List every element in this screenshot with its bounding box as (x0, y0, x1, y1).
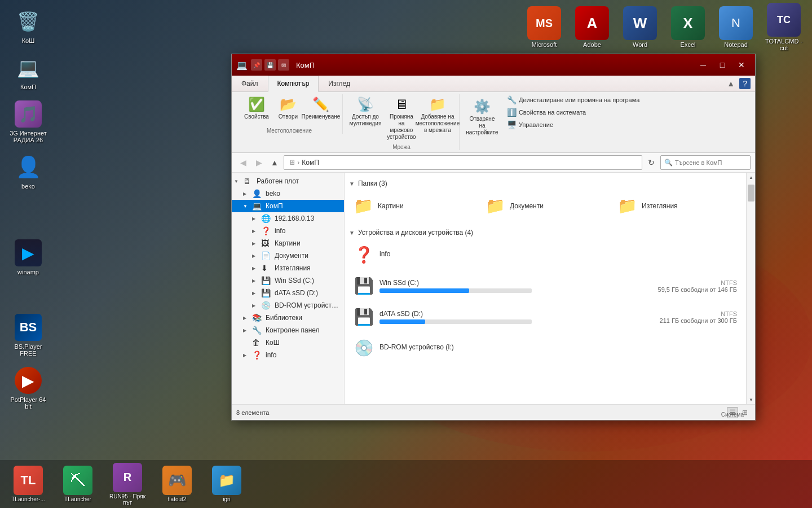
device-item-win-ssd[interactable]: 💾 Win SSd (C:) NTFS 59,5 ГБ свободни от … (349, 272, 742, 300)
taskbar-icon-igri[interactable]: 📁 igri (204, 466, 249, 502)
taskbar-icon-run95[interactable]: R RUN95 - Пряк път (105, 463, 150, 506)
ribbon-btn-media[interactable]: 📡 Достъп до мултимедия (348, 94, 382, 129)
tab-view[interactable]: Изглед (319, 76, 360, 91)
title-bar: 💻 📌 💾 ✉ КомП ─ □ ✕ (232, 54, 755, 76)
tree-item-bdrom[interactable]: ▶ 💿 BD-ROM устройство (I:) (232, 299, 344, 312)
ribbon-group-network: 📡 Достъп до мултимедия 🖥 Промяна на мреж… (344, 94, 460, 150)
expand-icon: ▶ (243, 328, 252, 333)
taskbar-app-totalcmd[interactable]: TC TOTALCMD - cut (761, 3, 806, 51)
ribbon-btn-open[interactable]: 📂 Отвори (275, 94, 302, 122)
ribbon-btn-add-location[interactable]: 📁 Добавяне на местоположение в мрежата (421, 94, 454, 136)
tree-item-control-panel[interactable]: ▶ 🔧 Контролен панел (232, 324, 344, 336)
taskbar-app-microsoft[interactable]: MS Microsoft (522, 6, 567, 48)
tree-item-desktop[interactable]: ▼ 🖥 Работен плот (232, 175, 344, 187)
desktop-icon-recycle[interactable]: 🗑️ КоШ (6, 6, 51, 46)
quick-access-save[interactable]: 💾 (264, 59, 276, 71)
win-ssd-fs-label: NTFS (658, 279, 737, 286)
tree-item-data-ssd[interactable]: ▶ 💾 dATA sSD (D:) (232, 287, 344, 299)
tlauncher2-label: TLauncher (64, 496, 91, 502)
adobe-label: Adobe (583, 41, 601, 48)
tree-item-ip[interactable]: ▶ 🌐 192.168.0.13 (232, 212, 344, 225)
desktop-icon-mypc[interactable]: 💻 КомП (6, 52, 51, 93)
maximize-button[interactable]: □ (713, 58, 731, 72)
folders-section-header: ▼ Папки (3) (349, 179, 742, 187)
data-ssd-bar (379, 319, 425, 324)
ribbon-btn-open-settings[interactable]: ⚙️ Отваряне на настройките (465, 97, 499, 138)
expand-icon: ▼ (243, 204, 252, 209)
ribbon-btn-uninstall[interactable]: 🔧 Деинсталиране или промяна на програма (504, 94, 643, 106)
forward-button[interactable]: ▶ (252, 156, 266, 169)
folder-item-dokumenti[interactable]: 📁 Документи (481, 192, 610, 220)
device-item-bdrom[interactable]: 💿 BD-ROM устройство (I:) (349, 334, 742, 362)
refresh-button[interactable]: ↻ (645, 156, 658, 169)
desktop-icon-bsplayer[interactable]: BS BS.Player FREE (6, 312, 51, 359)
tab-computer[interactable]: Компютър (268, 76, 319, 92)
tree-item-dokumenti[interactable]: ▶ 📄 Документи (232, 249, 344, 262)
scroll-thumb[interactable] (748, 185, 754, 202)
up-button[interactable]: ▲ (268, 156, 281, 169)
ribbon-btn-system-props[interactable]: ℹ️ Свойства на системата (504, 107, 643, 118)
totalcmd-label: TOTALCMD - cut (761, 38, 806, 51)
data-ssd-bar-container (379, 319, 532, 324)
dokumenti-tree-icon: 📄 (261, 251, 272, 260)
expand-icon: ▶ (243, 353, 252, 358)
info-tree-label: info (275, 227, 285, 235)
device-item-data-ssd[interactable]: 💾 dATA sSD (D:) NTFS 211 ГБ свободни от … (349, 303, 742, 331)
add-location-label: Добавяне на местоположение в мрежата (416, 113, 460, 134)
search-input[interactable] (675, 159, 753, 166)
quick-access-mail[interactable]: ✉ (278, 59, 289, 71)
folder-item-kartini[interactable]: 📁 Картини (349, 192, 478, 220)
tree-item-izteglyaniya[interactable]: ▶ ⬇ Изтегляния (232, 262, 344, 274)
ribbon-btn-network-drive[interactable]: 🖥 Промяна на мрежово устройство (385, 94, 418, 143)
desktop-icon-user[interactable]: 👤 beko (6, 151, 51, 192)
scroll-up-button[interactable]: ▲ (747, 173, 755, 182)
device-item-info[interactable]: ❓ info (349, 241, 742, 269)
tree-item-kartini[interactable]: ▶ 🖼 Картини (232, 237, 344, 249)
taskbar-icon-flatout2[interactable]: 🎮 flatout2 (155, 466, 200, 502)
ribbon-btn-properties[interactable]: ✅ Свойства (241, 94, 272, 122)
desktop-icon-winamp[interactable]: ▶ winamp (6, 237, 51, 278)
desktop-icon-radio[interactable]: 🎵 3G Интернет РАДИА 26 (6, 98, 51, 146)
search-icon: 🔍 (664, 159, 673, 167)
tree-item-beko[interactable]: ▶ 👤 beko (232, 187, 344, 200)
tree-item-info[interactable]: ▶ ❓ info (232, 225, 344, 237)
igri-icon: 📁 (212, 466, 241, 495)
taskbar-app-adobe[interactable]: A Adobe (570, 6, 615, 48)
ribbon-collapse[interactable]: ▲ (723, 78, 738, 89)
run95-label: RUN95 - Пряк път (105, 493, 150, 506)
taskbar-icon-tlauncher2[interactable]: ⛏ TLauncher (55, 466, 100, 502)
ribbon-btn-manage[interactable]: 🖥️ Управление (504, 119, 643, 130)
info-tree-icon: ❓ (261, 226, 272, 235)
taskbar-icon-tlauncher1[interactable]: TL TLauncher-... (6, 466, 51, 502)
minimize-button[interactable]: ─ (694, 58, 712, 72)
taskbar-app-notepad[interactable]: N Notepad (713, 6, 758, 48)
folder-item-izteglyaniya[interactable]: 📁 Изтегляния (613, 192, 742, 220)
bdrom-tree-label: BD-ROM устройство (I:) (275, 301, 342, 309)
taskbar-app-excel[interactable]: X Excel (665, 6, 710, 48)
help-button[interactable]: ? (739, 78, 751, 89)
data-ssd-tree-label: dATA sSD (D:) (275, 289, 318, 297)
scroll-down-button[interactable]: ▼ (747, 395, 755, 404)
devices-section-header: ▼ Устройства и дискови устройства (4) (349, 229, 742, 237)
bdrom-device-icon: 💿 (354, 339, 374, 357)
tree-item-kosh[interactable]: ▶ 🗑 КоШ (232, 336, 344, 349)
taskbar-app-word[interactable]: W Word (617, 6, 663, 48)
win-ssd-bar-container (379, 288, 532, 293)
close-button[interactable]: ✕ (732, 58, 751, 72)
expand-icon: ▶ (252, 278, 261, 283)
window-controls: ─ □ ✕ (694, 58, 751, 72)
info-device-icon: ❓ (354, 246, 374, 264)
quick-access-pin[interactable]: 📌 (251, 59, 262, 71)
desktop-icon-potplayer[interactable]: ▶ PotPlayer 64 bit (6, 365, 51, 412)
tlauncher2-icon: ⛏ (63, 466, 92, 495)
win-ssd-device-info: Win SSd (C:) (379, 279, 647, 293)
address-path[interactable]: 🖥 › КомП (284, 155, 642, 170)
tree-item-info2[interactable]: ▶ ❓ info (232, 349, 344, 361)
ribbon-btn-rename[interactable]: ✏️ Преименуване (304, 94, 338, 122)
tree-item-library[interactable]: ▶ 📚 Библиотеки (232, 312, 344, 324)
mypc-label: КомП (20, 84, 36, 90)
tab-file[interactable]: Файл (232, 76, 268, 91)
tree-item-win-ssd[interactable]: ▶ 💾 Win SSd (C:) (232, 274, 344, 287)
back-button[interactable]: ◀ (236, 156, 250, 169)
tree-item-komp[interactable]: ▼ 💻 КомП (232, 200, 344, 212)
